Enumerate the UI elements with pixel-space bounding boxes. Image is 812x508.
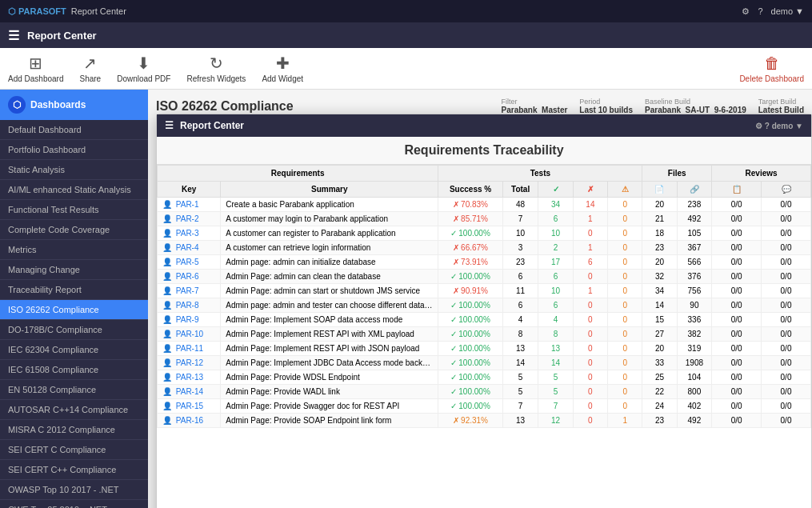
req-passed: 4 — [538, 313, 573, 327]
req-success: ✓100.00% — [438, 226, 502, 241]
app-header: ☰ Report Center — [0, 22, 812, 48]
req-key[interactable]: 👤 PAR-9 — [158, 313, 221, 327]
sidebar-item-static-analysis[interactable]: Static Analysis — [0, 160, 148, 180]
sidebar-item-autosar-c++14-compliance[interactable]: AUTOSAR C++14 Compliance — [0, 400, 148, 420]
req-key[interactable]: 👤 PAR-10 — [158, 327, 221, 342]
table-row: 👤 PAR-15 Admin Page: Provide Swagger doc… — [158, 399, 811, 414]
dashboard-icon: ⬡ — [8, 96, 26, 114]
demo-dropdown[interactable]: demo ▼ — [771, 6, 804, 16]
table-row: 👤 PAR-11 Admin Page: Implement REST API … — [158, 342, 811, 356]
req-total: 13 — [502, 414, 538, 428]
sidebar-item-sei-cert-c++-compliance[interactable]: SEI CERT C++ Compliance — [0, 460, 148, 480]
sidebar-item-iso-26262-compliance[interactable]: ISO 26262 Compliance — [0, 300, 148, 320]
req-failed: 0 — [573, 399, 607, 414]
dashboards-button[interactable]: ⬡ Dashboards — [0, 90, 148, 120]
req-filecount: 21 — [642, 212, 677, 226]
req-key[interactable]: 👤 PAR-14 — [158, 385, 221, 399]
sidebar-item-portfolio-dashboard[interactable]: Portfolio Dashboard — [0, 140, 148, 160]
req-success: ✗73.91% — [438, 255, 502, 270]
req-success: ✗92.31% — [438, 414, 502, 428]
filter-info: Filter Parabank_Master Period Last 10 bu… — [502, 98, 804, 114]
req-key[interactable]: 👤 PAR-15 — [158, 399, 221, 414]
req-success: ✗90.91% — [438, 284, 502, 298]
table-row: 👤 PAR-6 Admin Page: admin can clean the … — [158, 270, 811, 284]
req-filelink: 1908 — [677, 356, 712, 370]
sidebar-item-functional-test-results[interactable]: Functional Test Results — [0, 200, 148, 220]
req-summary: Admin Page: admin can start or shutdown … — [221, 284, 438, 298]
req-warning: 0 — [608, 226, 642, 241]
req-key[interactable]: 👤 PAR-12 — [158, 356, 221, 370]
req-success: ✓100.00% — [438, 298, 502, 313]
help-icon[interactable]: ? — [758, 6, 762, 16]
req-total: 7 — [502, 399, 538, 414]
modal-hamburger[interactable]: ☰ — [165, 120, 174, 131]
req-total: 11 — [502, 284, 538, 298]
sidebar-item-iec-61508-compliance[interactable]: IEC 61508 Compliance — [0, 360, 148, 380]
sidebar-item-do-178b/c-compliance[interactable]: DO-178B/C Compliance — [0, 320, 148, 340]
req-key[interactable]: 👤 PAR-6 — [158, 270, 221, 284]
req-review1: 0/0 — [712, 313, 762, 327]
refresh-widgets-button[interactable]: ↻ Refresh Widgets — [186, 54, 246, 83]
req-key[interactable]: 👤 PAR-4 — [158, 241, 221, 255]
sidebar-item-owasp-top-10-2017---.net[interactable]: OWASP Top 10 2017 - .NET — [0, 480, 148, 500]
app-logo: ⬡ PARASOFT Report Center — [8, 6, 126, 17]
req-key[interactable]: 👤 PAR-11 — [158, 342, 221, 356]
sidebar-item-traceability-report[interactable]: Traceability Report — [0, 280, 148, 300]
gear-icon[interactable]: ⚙ — [742, 6, 750, 17]
req-key[interactable]: 👤 PAR-16 — [158, 414, 221, 428]
req-passed: 2 — [538, 241, 573, 255]
total-header: Total — [502, 182, 538, 198]
req-summary: Admin page: admin can initialize databas… — [221, 255, 438, 270]
modal-top-right: ⚙ ? demo ▼ — [755, 122, 803, 130]
req-total: 7 — [502, 212, 538, 226]
req-failed: 0 — [573, 385, 607, 399]
sidebar-item-en-50128-compliance[interactable]: EN 50128 Compliance — [0, 380, 148, 400]
share-button[interactable]: ↗ Share — [80, 54, 102, 83]
req-passed: 34 — [538, 198, 573, 212]
req-key[interactable]: 👤 PAR-1 — [158, 198, 221, 212]
download-pdf-button[interactable]: ⬇ Download PDF — [117, 54, 170, 83]
req-passed: 17 — [538, 255, 573, 270]
req-key[interactable]: 👤 PAR-13 — [158, 370, 221, 385]
sidebar-item-cwe-top-25-2019---.net[interactable]: CWE Top 25 2019 - .NET — [0, 500, 148, 508]
req-review2: 0/0 — [762, 399, 811, 414]
sidebar-item-sei-cert-c-compliance[interactable]: SEI CERT C Compliance — [0, 440, 148, 460]
sidebar-item-managing-change[interactable]: Managing Change — [0, 260, 148, 280]
refresh-label: Refresh Widgets — [186, 74, 246, 83]
req-key[interactable]: 👤 PAR-5 — [158, 255, 221, 270]
req-key[interactable]: 👤 PAR-3 — [158, 226, 221, 241]
req-total: 6 — [502, 298, 538, 313]
req-key[interactable]: 👤 PAR-8 — [158, 298, 221, 313]
table-row: 👤 PAR-7 Admin Page: admin can start or s… — [158, 284, 811, 298]
sidebar-item-default-dashboard[interactable]: Default Dashboard — [0, 120, 148, 140]
req-data-table: Requirements Tests Files Reviews Key Sum… — [157, 165, 811, 428]
sidebar-item-iec-62304-compliance[interactable]: IEC 62304 Compliance — [0, 340, 148, 360]
sidebar-item-complete-code-coverage[interactable]: Complete Code Coverage — [0, 220, 148, 240]
req-total: 13 — [502, 342, 538, 356]
sidebar-item-ai/ml-enhanced-static-analysis[interactable]: AI/ML enhanced Static Analysis — [0, 180, 148, 200]
hamburger-icon[interactable]: ☰ — [8, 28, 19, 43]
parasoft-logo: ⬡ PARASOFT — [8, 6, 66, 17]
add-dashboard-button[interactable]: ⊞ Add Dashboard — [8, 54, 64, 83]
req-warning: 0 — [608, 212, 642, 226]
add-widget-button[interactable]: ✚ Add Widget — [262, 54, 303, 83]
req-key[interactable]: 👤 PAR-7 — [158, 284, 221, 298]
req-review1: 0/0 — [712, 255, 762, 270]
req-key[interactable]: 👤 PAR-2 — [158, 212, 221, 226]
req-passed: 14 — [538, 356, 573, 370]
delete-dashboard-button[interactable]: 🗑 Delete Dashboard — [739, 54, 804, 83]
req-failed: 0 — [573, 270, 607, 284]
table-row: 👤 PAR-12 Admin Page: Implement JDBC Data… — [158, 356, 811, 370]
req-failed: 1 — [573, 241, 607, 255]
table-row: 👤 PAR-9 Admin Page: Implement SOAP data … — [158, 313, 811, 327]
sidebar-item-misra-c-2012-compliance[interactable]: MISRA C 2012 Compliance — [0, 420, 148, 440]
req-passed: 6 — [538, 270, 573, 284]
req-filecount: 24 — [642, 399, 677, 414]
req-total: 3 — [502, 241, 538, 255]
requirements-table: Requirements Tests Files Reviews Key Sum… — [157, 165, 811, 508]
req-success: ✓100.00% — [438, 370, 502, 385]
sidebar-item-metrics[interactable]: Metrics — [0, 240, 148, 260]
period-item: Period Last 10 builds — [579, 98, 633, 114]
req-review1: 0/0 — [712, 327, 762, 342]
req-review2: 0/0 — [762, 414, 811, 428]
